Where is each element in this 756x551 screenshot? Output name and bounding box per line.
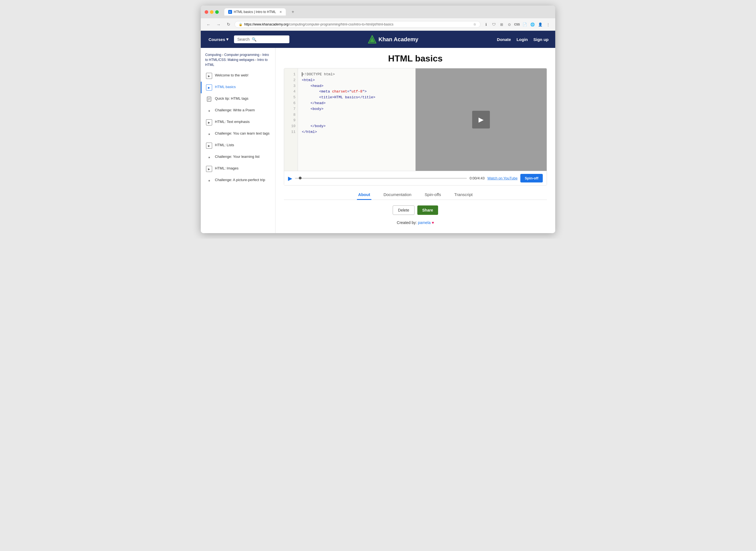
search-icon: 🔍: [252, 37, 257, 42]
sidebar-item-quick-tip[interactable]: Quick tip: HTML tags: [201, 93, 275, 105]
sidebar-item-label: Challenge: Your learning list: [215, 154, 260, 159]
main-layout: Computing › Computer programming › Intro…: [201, 48, 555, 233]
back-button[interactable]: ←: [205, 20, 213, 28]
code-line: <html>: [302, 78, 315, 82]
video-preview: ▶: [415, 68, 547, 171]
delete-button[interactable]: Delete: [393, 205, 414, 215]
sidebar-item-challenge-picture[interactable]: ★ Challenge: A picture-perfect trip: [201, 175, 275, 186]
doc-icon: [206, 96, 212, 102]
sidebar-item-lists[interactable]: ▶ HTML: Lists: [201, 140, 275, 151]
tab-title: HTML basics | Intro to HTML: [234, 10, 276, 14]
editor-main: 1 2 3 4 5 6 7 8 9 10 11: [284, 68, 546, 171]
line-num: 10: [284, 123, 298, 129]
ka-logo-icon: [368, 35, 376, 43]
account-icon[interactable]: ⊙: [506, 21, 512, 28]
close-button[interactable]: [205, 10, 208, 14]
courses-dropdown-button[interactable]: Courses ▾: [208, 35, 230, 44]
star-icon: ★: [206, 131, 212, 137]
heart-icon: ♥: [432, 220, 434, 225]
line-num: 3: [284, 83, 298, 89]
watch-youtube-link[interactable]: Watch on YouTube: [487, 176, 517, 180]
nav-right: Donate Login Sign up: [497, 37, 548, 42]
play-icon: ▶: [206, 84, 212, 90]
creator-link[interactable]: pamela: [418, 220, 431, 225]
minimize-button[interactable]: [210, 10, 214, 14]
sidebar-item-label: Challenge: A picture-perfect trip: [215, 177, 265, 182]
line-num: 7: [284, 106, 298, 112]
donate-link[interactable]: Donate: [497, 37, 511, 42]
star-icon: ★: [206, 177, 212, 183]
info-icon[interactable]: ℹ: [483, 21, 489, 28]
ka-logo-text: Khan Academy: [379, 36, 418, 43]
search-box[interactable]: Search 🔍: [234, 35, 289, 43]
play-icon: ▶: [206, 166, 212, 172]
new-tab-button[interactable]: +: [290, 9, 296, 15]
signup-link[interactable]: Sign up: [533, 37, 548, 42]
tab-spin-offs[interactable]: Spin-offs: [424, 190, 442, 200]
sidebar-item-label: Challenge: Write a Poem: [215, 108, 255, 113]
tab-favicon: K: [228, 10, 232, 14]
menu-icon[interactable]: ⋮: [545, 21, 551, 28]
courses-chevron-icon: ▾: [226, 37, 229, 42]
code-editor: 1 2 3 4 5 6 7 8 9 10 11: [284, 68, 547, 185]
sidebar-item-text-emphasis[interactable]: ▶ HTML: Text emphasis: [201, 116, 275, 128]
window-controls: [205, 10, 219, 14]
code-line: </html>: [302, 130, 317, 134]
code-line: <!DOCTYPE html>: [302, 72, 335, 76]
bookmark-icon[interactable]: 📄: [521, 21, 528, 28]
forward-button[interactable]: →: [215, 20, 223, 28]
layers-icon[interactable]: ⊞: [498, 21, 505, 28]
created-by: Created by: pamela ♥: [284, 220, 547, 225]
profile-avatar[interactable]: 👤: [537, 21, 543, 28]
sidebar-item-images[interactable]: ▶ HTML: Images: [201, 163, 275, 175]
tab-close-button[interactable]: ✕: [280, 10, 282, 14]
maximize-button[interactable]: [215, 10, 219, 14]
sidebar-item-html-basics[interactable]: ▶ HTML basics: [201, 82, 275, 93]
play-icon: ▶: [206, 73, 212, 79]
code-line: <body>: [310, 107, 323, 111]
code-line: <title>HTML basics</title>: [319, 95, 375, 99]
tab-transcript[interactable]: Transcript: [453, 190, 474, 200]
time-display: 0:00/4:43: [470, 176, 485, 180]
video-play-button[interactable]: ▶: [472, 111, 490, 128]
play-icon: ▶: [206, 143, 212, 149]
breadcrumb-computing[interactable]: Computing: [205, 53, 221, 57]
line-num: 11: [284, 129, 298, 135]
line-numbers: 1 2 3 4 5 6 7 8 9 10 11: [284, 68, 298, 171]
address-bar[interactable]: 🔒 https://www.khanacademy.org/computing/…: [235, 21, 480, 28]
page-title: HTML basics: [284, 53, 547, 64]
lock-icon: 🔒: [239, 23, 243, 26]
sidebar-item-label: HTML: Text emphasis: [215, 119, 250, 124]
line-num: 8: [284, 112, 298, 118]
content-area: HTML basics 1 2 3 4 5 6 7 8: [276, 48, 555, 233]
login-link[interactable]: Login: [516, 37, 528, 42]
shield-icon[interactable]: 🛡: [490, 21, 497, 28]
tab-documentation[interactable]: Documentation: [382, 190, 413, 200]
code-line: </body>: [310, 124, 326, 128]
sidebar-item-challenge-learning-list[interactable]: ★ Challenge: Your learning list: [201, 151, 275, 163]
star-icon[interactable]: ☆: [473, 22, 476, 26]
line-num: 9: [284, 118, 298, 123]
code-textarea[interactable]: <!DOCTYPE html> <html> <head> <meta char…: [298, 68, 415, 171]
sidebar-item-challenge-poem[interactable]: ★ Challenge: Write a Poem: [201, 105, 275, 116]
code-line: <meta charset="utf-8">: [319, 89, 367, 94]
extension-icon[interactable]: 🌐: [529, 21, 536, 28]
progress-thumb: [299, 177, 302, 179]
sidebar-item-welcome[interactable]: ▶ Welcome to the web!: [201, 70, 275, 82]
share-button[interactable]: Share: [417, 205, 438, 215]
line-num: 4: [284, 89, 298, 95]
play-button[interactable]: ▶: [288, 175, 292, 182]
reload-button[interactable]: ↻: [225, 20, 232, 28]
about-actions: Delete Share: [284, 205, 547, 215]
tab-about[interactable]: About: [357, 190, 371, 200]
breadcrumb-computer-programming[interactable]: Computer programming: [224, 53, 260, 57]
browser-tab[interactable]: K HTML basics | Intro to HTML ✕: [224, 8, 286, 15]
progress-bar[interactable]: [295, 178, 467, 179]
sidebar-item-challenge-text-tags[interactable]: ★ Challenge: You can learn text tags: [201, 128, 275, 140]
sidebar-item-label: Quick tip: HTML tags: [215, 96, 249, 101]
content-tabs: About Documentation Spin-offs Transcript: [284, 185, 547, 200]
spin-off-button[interactable]: Spin-off: [520, 174, 543, 182]
line-num: 1: [284, 72, 298, 77]
css-icon[interactable]: CSS: [514, 21, 520, 28]
line-num: 2: [284, 77, 298, 83]
